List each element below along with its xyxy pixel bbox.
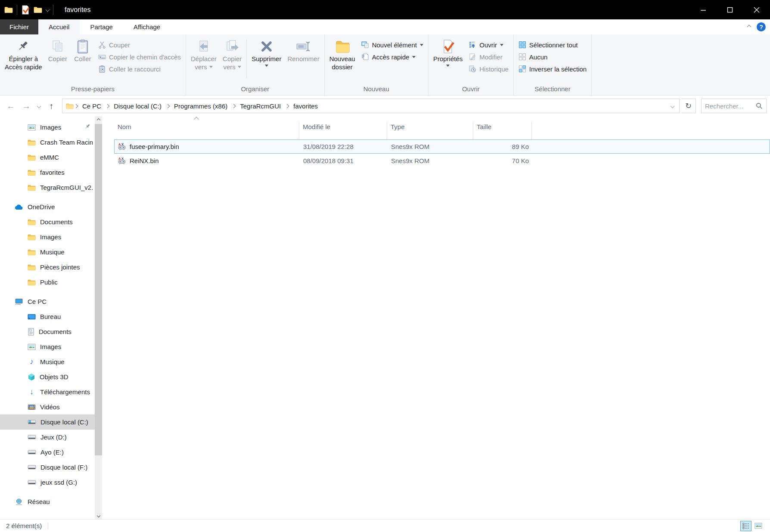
search-box xyxy=(701,99,767,113)
column-header-taille[interactable]: Taille xyxy=(473,121,532,139)
sidebar-item-images[interactable]: Images xyxy=(0,339,102,354)
folder-icon xyxy=(28,139,36,146)
sidebar-item-telechargements[interactable]: ↓ Téléchargements xyxy=(0,384,102,399)
tab-partage[interactable]: Partage xyxy=(80,19,123,34)
properties-button[interactable]: Propriétés xyxy=(430,36,466,68)
up-button[interactable]: ↑ xyxy=(44,99,59,113)
select-none-button[interactable]: Aucun xyxy=(515,51,590,63)
sidebar-item-objets-3d[interactable]: Objets 3D xyxy=(0,369,102,384)
maximize-button[interactable] xyxy=(717,0,743,19)
sidebar-item-disque-local-c[interactable]: Disque local (C:) xyxy=(0,414,102,430)
folder-icon xyxy=(28,219,36,226)
edit-button[interactable]: Modifier xyxy=(466,51,512,63)
paste-shortcut-button[interactable]: Coller le raccourci xyxy=(95,63,184,75)
tab-accueil[interactable]: Accueil xyxy=(38,19,80,34)
sidebar-item-onedrive-documents[interactable]: Documents xyxy=(0,214,102,229)
invert-selection-button[interactable]: Inverser la sélection xyxy=(515,63,590,75)
new-folder-button[interactable]: Nouveau dossier xyxy=(326,36,358,72)
collapse-ribbon-icon[interactable] xyxy=(747,25,751,29)
breadcrumb-item[interactable]: TegraRcmGUI xyxy=(236,99,285,113)
scroll-up-icon[interactable] xyxy=(96,117,101,123)
column-header-modifie-le[interactable]: Modifié le xyxy=(299,121,387,139)
sidebar-item-musique[interactable]: ♪ Musique xyxy=(0,354,102,369)
copy-to-button[interactable]: Copier vers xyxy=(220,36,245,72)
sidebar-item-ayo-e[interactable]: Ayo (E:) xyxy=(0,445,102,460)
folder-icon xyxy=(28,184,36,191)
item-count: 2 élément(s) xyxy=(6,522,42,529)
sidebar-item-reseau[interactable]: Réseau xyxy=(0,494,102,509)
sidebar-item-jeux-d[interactable]: Jeux (D:) xyxy=(0,430,102,445)
minimize-button[interactable] xyxy=(690,0,717,19)
ribbon-group-organize: Déplacer vers Copier vers Supprimer xyxy=(186,34,325,95)
cut-button[interactable]: Couper xyxy=(95,39,184,51)
easy-access-button[interactable]: Accès rapide xyxy=(358,51,426,63)
ribbon: Épingler à Accès rapide Copier Coller xyxy=(0,34,770,96)
desktop-icon xyxy=(28,313,36,320)
sidebar-item-ce-pc[interactable]: Ce PC xyxy=(0,294,102,309)
file-row-reinx[interactable]: AX ReiNX.bin 08/09/2018 09:31 Snes9x ROM… xyxy=(114,154,770,168)
details-view-button[interactable] xyxy=(740,521,751,531)
search-input[interactable] xyxy=(705,102,753,110)
select-all-button[interactable]: Sélectionner tout xyxy=(515,39,590,51)
forward-button[interactable]: → xyxy=(19,99,34,113)
paste-button[interactable]: Coller xyxy=(70,36,95,64)
recent-locations-chevron-icon[interactable] xyxy=(34,99,43,113)
sidebar-item-bureau[interactable]: Bureau xyxy=(0,309,102,324)
sidebar-item-emmc[interactable]: eMMC xyxy=(0,150,102,165)
breadcrumb-item[interactable]: Disque local (C:) xyxy=(110,99,165,113)
refresh-button[interactable]: ↻ xyxy=(681,99,696,113)
sidebar-item-tegrarcmgui-v2[interactable]: TegraRcmGUI_v2. xyxy=(0,180,102,195)
back-button[interactable]: ← xyxy=(3,99,18,113)
sidebar-item-onedrive-images[interactable]: Images xyxy=(0,229,102,244)
column-header-type[interactable]: Type xyxy=(387,121,473,139)
search-icon[interactable] xyxy=(756,102,763,109)
tab-affichage[interactable]: Affichage xyxy=(123,19,171,34)
delete-button[interactable]: Supprimer xyxy=(248,36,284,68)
breadcrumb-item[interactable]: Programmes (x86) xyxy=(170,99,231,113)
pin-to-quick-access-button[interactable]: Épingler à Accès rapide xyxy=(2,36,45,72)
breadcrumb-item[interactable]: Ce PC xyxy=(78,99,105,113)
sidebar-item-crash-team-racing[interactable]: Crash Team Racin xyxy=(0,135,102,150)
rename-button[interactable]: Renommer xyxy=(284,36,322,64)
sidebar-item-videos[interactable]: Vidéos xyxy=(0,399,102,414)
help-icon[interactable]: ? xyxy=(757,22,766,31)
properties-check-icon[interactable] xyxy=(21,5,30,15)
address-history-chevron-icon[interactable] xyxy=(671,104,675,108)
sidebar-item-jeux-ssd-g[interactable]: jeux ssd (G:) xyxy=(0,475,102,490)
copy-button[interactable]: Copier xyxy=(45,36,70,64)
computer-icon xyxy=(15,298,23,305)
pictures-icon xyxy=(28,343,36,350)
close-button[interactable] xyxy=(743,0,770,19)
move-to-icon xyxy=(197,38,211,55)
tab-fichier[interactable]: Fichier xyxy=(0,19,38,34)
sidebar-item-onedrive[interactable]: OneDrive xyxy=(0,199,102,214)
sidebar-item-favorites[interactable]: favorites xyxy=(0,165,102,180)
titlebar: favorites xyxy=(0,0,770,19)
breadcrumb-chevron-icon xyxy=(166,104,170,108)
move-to-button[interactable]: Déplacer vers xyxy=(188,36,220,72)
scrollbar-thumb[interactable] xyxy=(95,124,102,455)
scroll-down-icon[interactable] xyxy=(96,513,101,518)
file-row-fusee-primary[interactable]: AX fusee-primary.bin 31/08/2019 22:28 Sn… xyxy=(114,139,770,154)
qat-customize-chevron-icon[interactable] xyxy=(46,8,50,12)
sidebar-item-onedrive-musique[interactable]: Musique xyxy=(0,244,102,260)
sidebar-item-disque-local-f[interactable]: Disque local (F:) xyxy=(0,460,102,475)
breadcrumb-item[interactable]: favorites xyxy=(289,99,322,113)
new-folder-qat-icon[interactable] xyxy=(34,6,42,13)
column-header-nom[interactable]: Nom xyxy=(114,121,299,139)
thumbnail-view-button[interactable] xyxy=(753,521,764,531)
sidebar-item-public[interactable]: Public xyxy=(0,275,102,290)
sidebar-item-documents[interactable]: Documents xyxy=(0,324,102,339)
sidebar-scrollbar[interactable] xyxy=(95,116,102,519)
file-size: 89 Ko xyxy=(474,143,532,150)
copy-path-button[interactable]: Copier le chemin d'accès xyxy=(95,51,184,63)
snes9x-rom-icon: AX xyxy=(118,142,127,151)
sidebar-item-images-quickaccess[interactable]: Images xyxy=(0,120,102,135)
download-arrow-icon: ↓ xyxy=(28,387,36,396)
new-item-button[interactable]: Nouvel élément xyxy=(358,39,426,51)
open-button[interactable]: Ouvrir xyxy=(466,39,512,51)
sidebar-item-pieces-jointes[interactable]: Pièces jointes xyxy=(0,260,102,275)
breadcrumb-chevron-icon xyxy=(285,104,289,108)
history-button[interactable]: Historique xyxy=(466,63,512,75)
address-bar[interactable]: Ce PC Disque local (C:) Programmes (x86)… xyxy=(62,99,680,113)
